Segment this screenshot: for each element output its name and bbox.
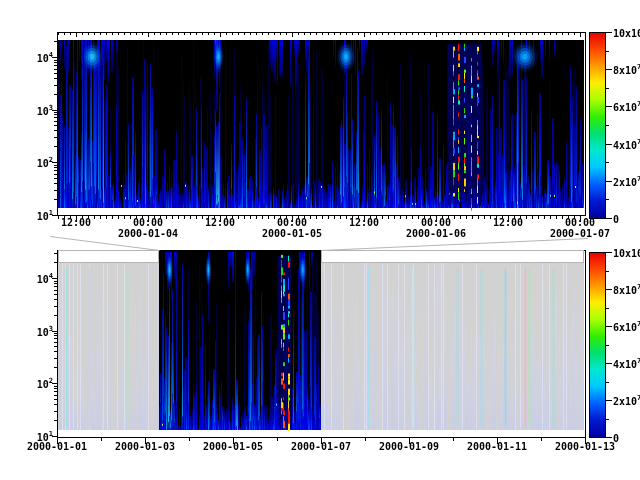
top-x-tick-date: 2000-01-06 xyxy=(406,228,466,239)
top-detail-panel xyxy=(57,32,585,215)
colorbar-top-tick-label: 0 xyxy=(613,214,619,225)
colorbar-top xyxy=(589,32,605,218)
colorbar-top-tick-label: 8x107 xyxy=(613,65,640,76)
top-y-tick-label: 104 xyxy=(37,53,53,64)
top-x-tick-time: 00:00 xyxy=(277,217,307,228)
top-x-tick-date: 2000-01-07 xyxy=(550,228,610,239)
top-x-tick-time: 00:00 xyxy=(421,217,451,228)
top-x-tick-date: 2000-01-04 xyxy=(118,228,178,239)
bottom-x-tick-label: 2000-01-01 xyxy=(27,441,87,452)
bottom-x-tick-label: 2000-01-09 xyxy=(379,441,439,452)
bottom-context-panel xyxy=(57,250,585,437)
colorbar-bottom xyxy=(589,252,605,437)
top-x-tick-time: 12:00 xyxy=(349,217,379,228)
top-y-tick-label: 103 xyxy=(37,106,53,117)
colorbar-bottom-tick-label: 2x107 xyxy=(613,396,640,407)
bottom-y-tick-label: 102 xyxy=(37,379,53,390)
colorbar-bottom-tick-label: 8x107 xyxy=(613,285,640,296)
top-x-tick-time: 12:00 xyxy=(61,217,91,228)
top-x-tick-time: 00:00 xyxy=(133,217,163,228)
colorbar-top-tick-label: 10x107 xyxy=(613,28,640,39)
top-x-tick-date: 2000-01-05 xyxy=(262,228,322,239)
colorbar-bottom-tick-label: 10x107 xyxy=(613,248,640,259)
top-y-tick-label: 102 xyxy=(37,158,53,169)
bottom-y-tick-label: 104 xyxy=(37,274,53,285)
top-x-tick-time: 00:00 xyxy=(565,217,595,228)
colorbar-bottom-tick-label: 0 xyxy=(613,433,619,444)
selection-region[interactable] xyxy=(159,250,321,437)
colorbar-top-tick-label: 4x107 xyxy=(613,139,640,150)
bottom-x-tick-label: 2000-01-11 xyxy=(467,441,527,452)
colorbar-top-tick-label: 6x107 xyxy=(613,102,640,113)
bottom-x-tick-label: 2000-01-13 xyxy=(555,441,615,452)
colorbar-bottom-tick-label: 6x107 xyxy=(613,322,640,333)
bottom-x-tick-label: 2000-01-07 xyxy=(291,441,351,452)
top-x-tick-time: 12:00 xyxy=(205,217,235,228)
bottom-x-tick-label: 2000-01-03 xyxy=(115,441,175,452)
bottom-y-tick-label: 103 xyxy=(37,327,53,338)
bottom-x-tick-label: 2000-01-05 xyxy=(203,441,263,452)
colorbar-bottom-tick-label: 4x107 xyxy=(613,359,640,370)
top-y-tick-label: 101 xyxy=(37,211,53,222)
spectrogram-figure: 12:0000:002000-01-0412:0000:002000-01-05… xyxy=(0,0,640,480)
bottom-y-tick-label: 101 xyxy=(37,432,53,443)
colorbar-top-tick-label: 2x107 xyxy=(613,176,640,187)
top-x-tick-time: 12:00 xyxy=(493,217,523,228)
